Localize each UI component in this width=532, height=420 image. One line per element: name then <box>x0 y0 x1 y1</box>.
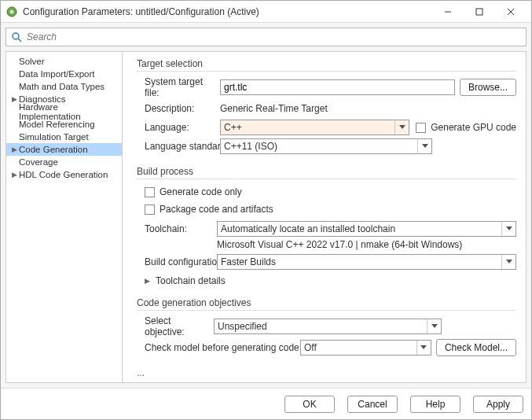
svg-point-6 <box>13 33 19 39</box>
language-dropdown[interactable]: C++ <box>220 120 409 135</box>
browse-button[interactable]: Browse... <box>460 79 516 96</box>
chevron-right-icon: ▶ <box>9 95 19 103</box>
cancel-button[interactable]: Cancel <box>347 396 398 413</box>
svg-point-1 <box>10 9 14 13</box>
svg-marker-11 <box>506 260 512 263</box>
sidebar-item-label: Hardware Implementation <box>19 102 122 121</box>
ok-button[interactable]: OK <box>284 396 335 413</box>
sidebar-item-hdl-code-generation[interactable]: ▶HDL Code Generation <box>6 168 122 181</box>
select-objective-dropdown[interactable]: Unspecified <box>214 319 442 334</box>
svg-rect-3 <box>476 9 482 15</box>
chevron-down-icon <box>501 255 515 269</box>
close-button[interactable] <box>495 2 526 21</box>
package-code-checkbox[interactable] <box>145 204 155 215</box>
generate-code-only-checkbox[interactable] <box>145 187 155 197</box>
sidebar-item-label: Data Import/Export <box>19 69 95 79</box>
system-target-file-input[interactable] <box>220 79 455 95</box>
sidebar: ▶Solver▶Data Import/Export▶Math and Data… <box>6 52 123 382</box>
search-input[interactable] <box>27 31 521 42</box>
toolchain-details-label: Toolchain details <box>156 275 226 286</box>
svg-marker-8 <box>399 125 405 129</box>
chevron-right-icon: ▶ <box>145 277 154 285</box>
chevron-down-icon <box>417 139 431 153</box>
chevron-down-icon <box>427 319 441 333</box>
package-code-label: Package code and artifacts <box>160 204 273 215</box>
svg-marker-9 <box>422 144 428 148</box>
sidebar-item-solver[interactable]: ▶Solver <box>6 55 122 68</box>
language-standard-value: C++11 (ISO) <box>224 141 277 152</box>
divider <box>137 71 516 72</box>
sidebar-item-label: HDL Code Generation <box>19 170 108 179</box>
toolchain-sub: Microsoft Visual C++ 2022 v17.0 | nmake … <box>217 239 516 250</box>
toolchain-details-expander[interactable]: ▶ Toolchain details <box>145 275 516 286</box>
check-model-button[interactable]: Check Model... <box>436 339 516 356</box>
section-title-target: Target selection <box>137 58 516 69</box>
sidebar-item-code-generation[interactable]: ▶Code Generation <box>6 143 122 156</box>
language-standard-dropdown[interactable]: C++11 (ISO) <box>220 138 432 154</box>
chevron-right-icon: ▶ <box>9 146 19 153</box>
toolchain-dropdown[interactable]: Automatically locate an installed toolch… <box>217 221 516 237</box>
chevron-down-icon <box>501 222 515 236</box>
check-model-label: Check model before generating code: <box>145 342 300 353</box>
select-objective-value: Unspecified <box>218 321 267 332</box>
build-config-label: Build configuration: <box>145 256 217 267</box>
sidebar-item-label: Solver <box>19 57 45 66</box>
svg-marker-12 <box>431 324 438 328</box>
sidebar-item-math-and-data-types[interactable]: ▶Math and Data Types <box>6 80 122 93</box>
search-icon <box>11 31 22 42</box>
app-icon <box>6 6 18 18</box>
language-standard-label: Language standard: <box>145 141 220 152</box>
footer: OK Cancel Help Apply <box>1 388 531 419</box>
minimize-button[interactable] <box>432 2 464 21</box>
chevron-down-icon <box>394 120 409 134</box>
system-target-file-label: System target file: <box>145 76 220 98</box>
description-value: Generic Real-Time Target <box>220 103 328 114</box>
toolchain-value: Automatically locate an installed toolch… <box>221 223 395 234</box>
divider <box>137 179 516 179</box>
chevron-right-icon: ▶ <box>9 171 19 179</box>
sidebar-item-hardware-implementation[interactable]: ▶Hardware Implementation <box>6 105 122 118</box>
sidebar-item-label: Math and Data Types <box>19 82 105 91</box>
title-bar: Configuration Parameters: untitled/Confi… <box>1 1 531 23</box>
sidebar-item-label: Code Generation <box>19 145 88 154</box>
apply-button[interactable]: Apply <box>473 396 523 413</box>
check-model-dropdown[interactable]: Off <box>300 340 431 356</box>
sidebar-item-simulation-target[interactable]: ▶Simulation Target <box>6 131 122 143</box>
section-title-build: Build process <box>137 166 516 177</box>
search-bar[interactable] <box>6 28 526 46</box>
gpu-label: Generate GPU code <box>431 122 516 133</box>
help-button[interactable]: Help <box>410 396 460 413</box>
content-pane: Target selection System target file: Bro… <box>123 52 526 382</box>
divider <box>137 310 516 311</box>
sidebar-item-label: Simulation Target <box>19 132 89 142</box>
svg-marker-10 <box>506 227 512 230</box>
build-config-value: Faster Builds <box>221 256 276 267</box>
sidebar-item-data-import-export[interactable]: ▶Data Import/Export <box>6 68 122 80</box>
more-indicator: ... <box>137 367 516 378</box>
maximize-button[interactable] <box>464 2 495 21</box>
toolchain-label: Toolchain: <box>145 223 217 234</box>
svg-line-7 <box>18 39 21 42</box>
select-objective-label: Select objective: <box>145 315 214 337</box>
build-config-dropdown[interactable]: Faster Builds <box>217 254 516 270</box>
language-value: C++ <box>224 122 242 133</box>
description-label: Description: <box>145 103 220 114</box>
sidebar-item-coverage[interactable]: ▶Coverage <box>6 156 122 168</box>
sidebar-item-label: Coverage <box>19 157 58 167</box>
svg-marker-13 <box>420 345 427 349</box>
chevron-down-icon <box>416 341 431 355</box>
check-model-value: Off <box>304 342 317 353</box>
window-title: Configuration Parameters: untitled/Confi… <box>23 6 432 17</box>
generate-code-only-label: Generate code only <box>160 186 242 197</box>
gpu-checkbox[interactable] <box>416 123 426 133</box>
language-label: Language: <box>145 122 220 133</box>
sidebar-item-label: Model Referencing <box>19 120 95 129</box>
section-title-codegenobj: Code generation objectives <box>137 297 516 308</box>
